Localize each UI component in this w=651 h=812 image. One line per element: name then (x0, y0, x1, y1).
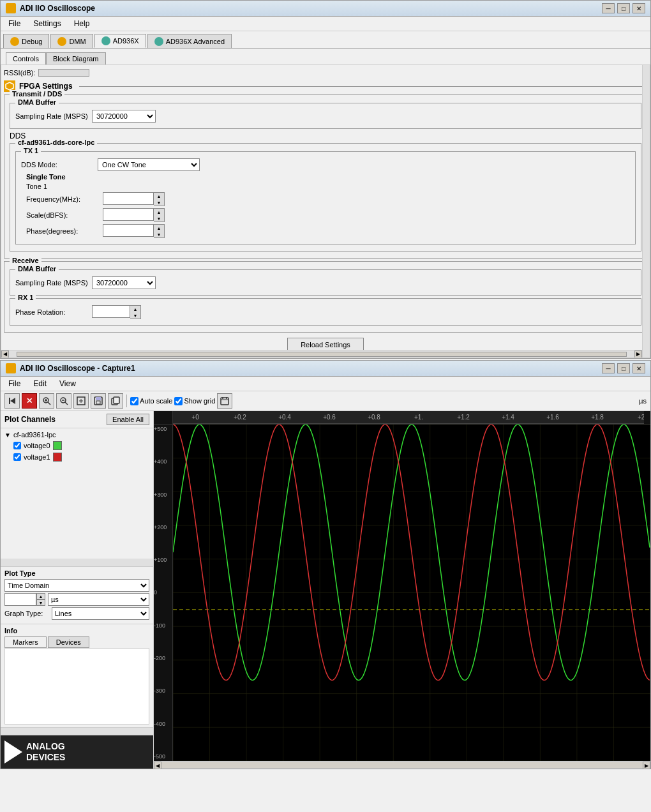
phase-down-btn[interactable]: ▼ (154, 231, 164, 237)
phase-rotation-spinner: 0.0000 ▲ ▼ (92, 305, 141, 319)
scale-input[interactable]: -6 dB (103, 208, 154, 221)
close-button[interactable]: ✕ (632, 3, 645, 13)
y-axis: +500 +400 +300 +200 +100 0 -100 -200 -30… (154, 425, 173, 761)
info-scrollbar[interactable] (1, 727, 153, 735)
dma-buffer-rx-group: DMA Buffer Sampling Rate (MSPS) 30720000 (10, 269, 641, 296)
sampling-rate-rx-select[interactable]: 30720000 (92, 276, 156, 289)
panel-scrollbar-v[interactable] (642, 65, 650, 357)
tab-ad936x-advanced[interactable]: AD936X Advanced (147, 34, 232, 48)
oscilloscope-canvas[interactable] (173, 425, 650, 761)
time-spinner: 2.604 ▲ ▼ (4, 593, 45, 606)
show-grid-check[interactable]: Show grid (174, 397, 215, 405)
phase-input[interactable]: 90.000 (103, 224, 154, 237)
y-label-400: +400 (154, 458, 172, 465)
voltage1-checkbox[interactable] (13, 453, 21, 461)
zoom-fit-button[interactable] (73, 393, 89, 409)
sampling-rate-rx-label: Sampling Rate (MSPS) (15, 279, 92, 287)
channels-header: Plot Channels Enable All (1, 411, 153, 428)
tab-dmm[interactable]: DMM (50, 34, 93, 48)
controls-tab[interactable]: Controls (6, 52, 46, 64)
maximize-button[interactable]: □ (617, 3, 630, 13)
tone1-label: Tone 1 (26, 183, 630, 190)
show-grid-checkbox[interactable] (174, 397, 183, 405)
auto-scale-check[interactable]: Auto scale (130, 397, 172, 405)
time-input[interactable]: 2.604 (4, 593, 36, 606)
x-tick-2: +0.4 (262, 414, 307, 421)
scale-up-btn[interactable]: ▲ (154, 209, 164, 215)
tree-device: ▼ cf-ad9361-lpc (1, 430, 153, 440)
sampling-rate-tx-select[interactable]: 30720000 (92, 110, 156, 123)
scroll-track-h[interactable] (17, 352, 627, 357)
osc-menu-file[interactable]: File (3, 378, 26, 389)
plot-type-select[interactable]: Time Domain Frequency Domain Histogram (4, 579, 149, 592)
scale-spin-btns: ▲ ▼ (154, 208, 165, 222)
menu-help[interactable]: Help (69, 18, 95, 29)
phase-rotation-spin-btns: ▲ ▼ (130, 305, 141, 319)
info-tab-devices[interactable]: Devices (48, 636, 89, 648)
x-tick-3: +0.6 (307, 414, 352, 421)
info-tab-markers[interactable]: Markers (4, 636, 47, 648)
scroll-right-btn[interactable]: ▶ (634, 350, 642, 358)
osc-title: ADI IIO Oscilloscope - Capture1 (20, 364, 135, 373)
panel-content: RSSI(dB): FPGA Settings Transmit / DDS D… (1, 64, 650, 358)
dmm-tab-icon (57, 37, 66, 46)
enable-all-button[interactable]: Enable All (107, 414, 149, 425)
stop-button[interactable]: ✕ (22, 393, 37, 409)
osc-scroll-left[interactable]: ◀ (154, 762, 161, 769)
osc-maximize-button[interactable]: □ (617, 363, 630, 373)
svg-rect-13 (96, 397, 101, 400)
time-up-btn[interactable]: ▲ (36, 593, 45, 599)
calendar-button[interactable] (217, 393, 232, 409)
osc-scroll-track[interactable] (161, 762, 643, 769)
freq-down-btn[interactable]: ▼ (154, 199, 164, 206)
panel-scrollbar-h: ◀ ▶ (1, 350, 642, 357)
tab-ad936x[interactable]: AD936X (94, 34, 146, 48)
phase-rotation-input[interactable]: 0.0000 (92, 305, 130, 318)
osc-plot: +0 +0.2 +0.4 +0.6 +0.8 +1. +1.2 +1.4 +1.… (154, 411, 650, 769)
auto-scale-checkbox[interactable] (130, 397, 138, 405)
phase-rotation-up-btn[interactable]: ▲ (130, 306, 140, 312)
svg-rect-14 (96, 401, 100, 404)
channel-voltage0: voltage0 (1, 440, 153, 451)
osc-menu-view[interactable]: View (54, 378, 81, 389)
x-tick-5: +1. (396, 414, 441, 421)
voltage0-checkbox[interactable] (13, 442, 21, 449)
tree-expand-icon[interactable]: ▼ (4, 432, 11, 439)
osc-scroll-right[interactable]: ▶ (643, 762, 650, 769)
freq-up-btn[interactable]: ▲ (154, 193, 164, 199)
menu-file[interactable]: File (3, 18, 26, 29)
rx1-title: RX 1 (15, 294, 36, 301)
time-down-btn[interactable]: ▼ (36, 599, 45, 606)
minimize-button[interactable]: ─ (602, 3, 615, 13)
osc-minimize-button[interactable]: ─ (602, 363, 615, 373)
osc-close-button[interactable]: ✕ (632, 363, 645, 373)
scroll-left-btn[interactable]: ◀ (1, 350, 9, 358)
y-label-n100: -100 (154, 622, 172, 629)
zoom-in-button[interactable] (39, 393, 54, 409)
osc-menu-edit[interactable]: Edit (28, 378, 52, 389)
copy-plot-button[interactable] (108, 393, 123, 409)
debug-tab-icon (10, 37, 19, 46)
scale-down-btn[interactable]: ▼ (154, 215, 164, 222)
ad936x-tab-icon (101, 36, 110, 45)
tree-scrollbar[interactable] (1, 559, 153, 566)
osc-toolbar: ✕ Auto scale Show grid µs (1, 391, 650, 411)
zoom-out-button[interactable] (56, 393, 71, 409)
controls-tab-bar: Controls Block Diagram (1, 49, 650, 64)
block-diagram-tab[interactable]: Block Diagram (46, 52, 106, 64)
skip-to-start-button[interactable] (4, 393, 20, 409)
menu-settings[interactable]: Settings (28, 18, 66, 29)
dds-label: DDS (10, 132, 641, 140)
tab-debug[interactable]: Debug (3, 34, 49, 48)
graph-type-select[interactable]: Lines Dots (52, 607, 149, 620)
info-tabs: Markers Devices (4, 636, 149, 648)
freq-spinner: 2.000186 ▲ ▼ (103, 192, 165, 206)
phase-up-btn[interactable]: ▲ (154, 225, 164, 231)
time-unit-select[interactable]: µs ms s (48, 593, 149, 606)
info-label: Info (4, 627, 149, 635)
freq-spin-btns: ▲ ▼ (154, 192, 165, 206)
freq-input[interactable]: 2.000186 (103, 192, 154, 205)
phase-rotation-down-btn[interactable]: ▼ (130, 312, 140, 319)
save-plot-button[interactable] (91, 393, 106, 409)
dds-mode-select[interactable]: One CW Tone Two CW Tones Disabled (98, 158, 200, 171)
